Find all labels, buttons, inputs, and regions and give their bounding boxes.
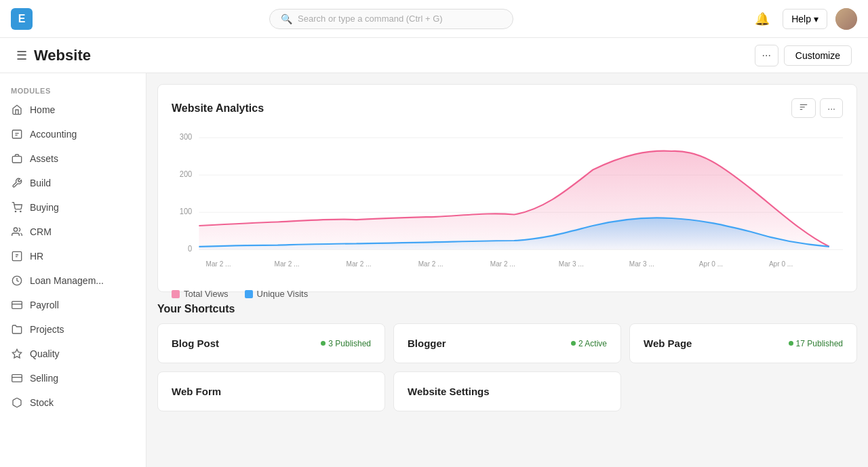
badge-dot <box>321 341 326 346</box>
shortcut-card-web-form[interactable]: Web Form <box>157 371 385 411</box>
shortcut-name: Blogger <box>408 338 446 349</box>
avatar[interactable] <box>835 8 857 30</box>
shortcut-name: Web Form <box>172 386 221 397</box>
hr-icon <box>11 250 23 262</box>
shortcut-name: Web Page <box>644 338 692 349</box>
selling-icon <box>11 372 23 384</box>
search-area: 🔍 Search or type a command (Ctrl + G) <box>41 9 742 29</box>
legend-total-views: Total Views <box>172 289 229 299</box>
shortcut-card-blogger[interactable]: Blogger 2 Active <box>393 323 621 363</box>
topbar-right: 🔔 Help ▾ <box>750 7 857 31</box>
quality-icon <box>11 348 23 360</box>
app-logo[interactable]: E <box>11 8 33 30</box>
shortcut-card-website-settings[interactable]: Website Settings <box>393 371 621 411</box>
svg-text:0: 0 <box>188 244 192 253</box>
sidebar-item-label: CRM <box>30 226 52 237</box>
sidebar-section-label: MODULES <box>0 81 146 98</box>
svg-text:Mar 2 ...: Mar 2 ... <box>206 260 231 268</box>
more-options-button[interactable]: ··· <box>755 45 778 66</box>
chart-container: 300 200 100 0 <box>172 129 843 278</box>
stock-icon <box>11 397 23 409</box>
customize-button[interactable]: Customize <box>784 45 852 66</box>
payroll-icon <box>11 299 23 311</box>
main-layout: MODULES Home Accounting Assets <box>0 73 868 467</box>
sidebar-item-label: Home <box>30 104 55 115</box>
sidebar-item-assets[interactable]: Assets <box>0 146 146 171</box>
total-views-label: Total Views <box>184 289 229 299</box>
svg-rect-0 <box>12 130 21 138</box>
help-button[interactable]: Help ▾ <box>783 9 827 29</box>
shortcuts-grid: Blog Post 3 Published Blogger 2 Active <box>157 323 857 363</box>
svg-text:Apr 0 ...: Apr 0 ... <box>699 260 723 268</box>
sidebar-item-home[interactable]: Home <box>0 98 146 122</box>
svg-text:Mar 2 ...: Mar 2 ... <box>275 260 300 268</box>
crm-icon <box>11 226 23 238</box>
svg-text:Mar 3 ...: Mar 3 ... <box>629 260 654 268</box>
sidebar-item-label: Selling <box>30 373 58 384</box>
sidebar-item-label: Payroll <box>30 300 59 310</box>
shortcut-card-blog-post[interactable]: Blog Post 3 Published <box>157 323 385 363</box>
sidebar-item-build[interactable]: Build <box>0 171 146 195</box>
sidebar-item-label: Accounting <box>30 129 77 140</box>
page-header-right: ··· Customize <box>755 45 852 66</box>
shortcut-name: Website Settings <box>408 386 490 397</box>
shortcut-card-web-page[interactable]: Web Page 17 Published <box>629 323 857 363</box>
unique-visits-legend-dot <box>245 290 253 298</box>
svg-point-3 <box>20 211 21 211</box>
sidebar: MODULES Home Accounting Assets <box>0 73 146 467</box>
help-label: Help <box>791 14 811 24</box>
sidebar-item-label: HR <box>30 251 43 262</box>
search-icon: 🔍 <box>281 14 292 24</box>
sidebar-item-loan[interactable]: Loan Managem... <box>0 268 146 293</box>
badge-dot <box>571 341 576 346</box>
filter-button[interactable] <box>791 98 816 118</box>
analytics-header: Website Analytics ··· <box>172 98 843 118</box>
sidebar-item-label: Assets <box>30 153 58 164</box>
sidebar-item-label: Stock <box>30 397 54 408</box>
topbar: E 🔍 Search or type a command (Ctrl + G) … <box>0 0 868 38</box>
search-box[interactable]: 🔍 Search or type a command (Ctrl + G) <box>269 9 513 29</box>
search-placeholder: Search or type a command (Ctrl + G) <box>298 14 443 24</box>
chart-more-button[interactable]: ··· <box>820 98 843 118</box>
assets-icon <box>11 153 23 165</box>
sidebar-item-accounting[interactable]: Accounting <box>0 122 146 146</box>
svg-rect-9 <box>12 375 22 382</box>
sidebar-item-selling[interactable]: Selling <box>0 366 146 390</box>
loan-icon <box>11 275 23 287</box>
analytics-card: Website Analytics ··· 300 200 100 0 <box>157 84 857 292</box>
sidebar-item-payroll[interactable]: Payroll <box>0 293 146 317</box>
sidebar-item-label: Loan Managem... <box>30 275 104 286</box>
hamburger-icon[interactable]: ☰ <box>16 48 27 63</box>
analytics-chart: 300 200 100 0 <box>172 129 843 278</box>
shortcuts-section: Your Shortcuts Blog Post 3 Published Blo… <box>157 303 857 411</box>
svg-text:Mar 2 ...: Mar 2 ... <box>418 260 443 268</box>
projects-icon <box>11 323 23 336</box>
sidebar-item-buying[interactable]: Buying <box>0 195 146 220</box>
buying-icon <box>11 201 23 214</box>
page-title: Website <box>34 47 91 64</box>
svg-point-4 <box>14 228 17 231</box>
chart-legend: Total Views Unique Visits <box>172 289 843 299</box>
home-icon <box>11 104 23 116</box>
sidebar-item-label: Projects <box>30 324 64 335</box>
sidebar-item-label: Buying <box>30 202 59 213</box>
unique-visits-label: Unique Visits <box>257 289 309 299</box>
sidebar-item-crm[interactable]: CRM <box>0 220 146 244</box>
sidebar-item-hr[interactable]: HR <box>0 244 146 268</box>
svg-text:Apr 0 ...: Apr 0 ... <box>769 260 793 268</box>
accounting-icon <box>11 128 23 140</box>
shortcuts-grid-2: Web Form Website Settings <box>157 371 857 411</box>
svg-rect-7 <box>12 302 22 309</box>
sidebar-item-projects[interactable]: Projects <box>0 317 146 342</box>
notifications-button[interactable]: 🔔 <box>750 7 774 31</box>
total-views-legend-dot <box>172 290 180 298</box>
svg-text:300: 300 <box>180 132 193 142</box>
svg-text:100: 100 <box>180 207 193 216</box>
svg-text:Mar 2 ...: Mar 2 ... <box>490 260 515 268</box>
analytics-title: Website Analytics <box>172 102 264 115</box>
sidebar-item-quality[interactable]: Quality <box>0 342 146 366</box>
svg-text:Mar 3 ...: Mar 3 ... <box>559 260 584 268</box>
sidebar-item-stock[interactable]: Stock <box>0 390 146 415</box>
shortcuts-title: Your Shortcuts <box>157 303 857 315</box>
svg-rect-1 <box>12 157 21 163</box>
